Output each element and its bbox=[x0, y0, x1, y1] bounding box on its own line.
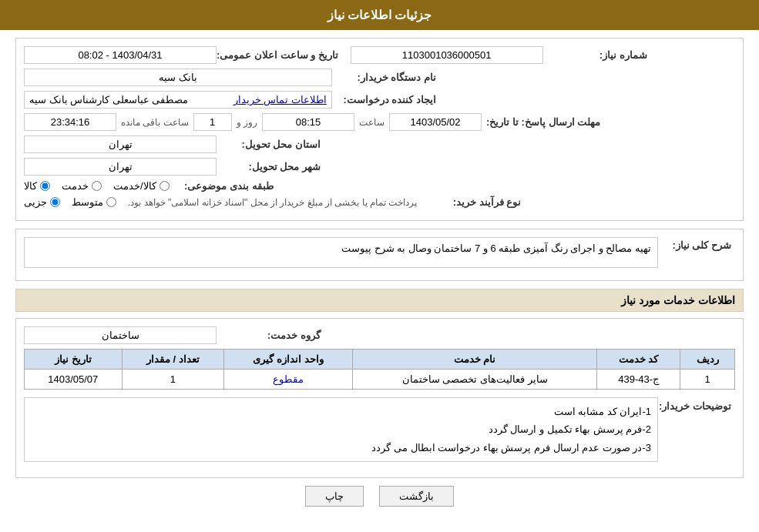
public-date-label: تاریخ و ساعت اعلان عمومی: bbox=[217, 49, 342, 61]
creator-contact-link[interactable]: اطلاعات تماس خریدار bbox=[233, 94, 327, 105]
need-number-row: شماره نیاز: 1103001036000501 تاریخ و ساع… bbox=[24, 46, 735, 64]
deadline-days: 1 bbox=[193, 113, 232, 131]
buyer-org-value: بانک سیه bbox=[24, 69, 332, 86]
city-value: تهران bbox=[24, 158, 217, 176]
city-row: شهر محل تحویل: تهران bbox=[24, 158, 735, 176]
table-header-row: ردیف کد خدمت نام خدمت واحد اندازه گیری ت… bbox=[25, 350, 735, 370]
deadline-remaining: 23:34:16 bbox=[24, 113, 116, 131]
category-label: طبقه بندی موضوعی: bbox=[170, 180, 277, 192]
col-service-code: کد خدمت bbox=[597, 350, 680, 370]
col-unit: واحد اندازه گیری bbox=[223, 350, 352, 370]
action-buttons: بازگشت چاپ bbox=[15, 486, 744, 507]
buyer-org-label: نام دستگاه خریدار: bbox=[332, 72, 440, 83]
print-button[interactable]: چاپ bbox=[305, 486, 364, 507]
creator-name: مصطفی عباسعلی کارشناس بانک سیه bbox=[29, 94, 188, 105]
page-header: جزئیات اطلاعات نیاز bbox=[0, 0, 759, 30]
col-service-name: نام خدمت bbox=[352, 350, 596, 370]
buyer-notes-content: 1-ایران کد مشابه است 2-فرم پرسش بهاء تکم… bbox=[24, 397, 658, 462]
cell-quantity: 1 bbox=[122, 370, 223, 390]
service-group-value: ساختمان bbox=[24, 326, 217, 344]
need-description-section: شرح کلی نیاز: تهیه مصالح و اجرای رنگ آمی… bbox=[15, 229, 744, 281]
category-kala-khedmat-radio[interactable] bbox=[160, 181, 170, 191]
col-quantity: تعداد / مقدار bbox=[122, 350, 223, 370]
province-value: تهران bbox=[24, 136, 217, 153]
creator-value-box: اطلاعات تماس خریدار مصطفی عباسعلی کارشنا… bbox=[24, 91, 332, 109]
need-number-value: 1103001036000501 bbox=[351, 46, 543, 64]
deadline-label: مهلت ارسال پاسخ: تا تاریخ: bbox=[486, 116, 604, 128]
purchase-type-row: نوع فرآیند خرید: پرداخت تمام یا بخشی از … bbox=[24, 196, 735, 208]
deadline-days-label: روز و bbox=[237, 117, 257, 128]
buyer-note-line-2: 2-فرم پرسش بهاء تکمیل و ارسال گردد bbox=[31, 420, 651, 438]
creator-row: ایجاد کننده درخواست: اطلاعات تماس خریدار… bbox=[24, 91, 735, 109]
province-label: استان محل تحویل: bbox=[217, 139, 324, 150]
cell-service-code: ج-43-439 bbox=[597, 370, 680, 390]
category-khedmat-item: خدمت bbox=[62, 180, 102, 192]
service-group-label: گروه خدمت: bbox=[217, 330, 324, 341]
purchase-type-options: پرداخت تمام یا بخشی از مبلغ خریدار از مح… bbox=[24, 196, 417, 208]
need-number-label: شماره نیاز: bbox=[543, 49, 651, 61]
buyer-notes-section: توضیحات خریدار: 1-ایران کد مشابه است 2-ف… bbox=[24, 397, 735, 462]
creator-label: ایجاد کننده درخواست: bbox=[332, 94, 440, 105]
service-group-row: گروه خدمت: ساختمان bbox=[24, 326, 735, 344]
need-description-box: شرح کلی نیاز: تهیه مصالح و اجرای رنگ آمی… bbox=[24, 237, 735, 268]
deadline-date: 1403/05/02 bbox=[389, 113, 482, 131]
category-khedmat-label: خدمت bbox=[62, 180, 89, 192]
buyer-notes-label: توضیحات خریدار: bbox=[658, 397, 735, 412]
main-info-section: شماره نیاز: 1103001036000501 تاریخ و ساع… bbox=[15, 38, 744, 221]
category-kala-label: کالا bbox=[24, 180, 37, 192]
page-title: جزئیات اطلاعات نیاز bbox=[327, 8, 432, 22]
category-kala-radio[interactable] bbox=[40, 181, 50, 191]
service-info-section: گروه خدمت: ساختمان ردیف کد خدمت نام خدمت… bbox=[15, 318, 744, 478]
purchase-type-jozee-label: جزیی bbox=[24, 196, 47, 208]
service-section-title: اطلاعات خدمات مورد نیاز bbox=[15, 289, 744, 312]
cell-row-num: 1 bbox=[680, 370, 735, 390]
purchase-type-mottaset-item: متوسط bbox=[72, 196, 116, 208]
deadline-time-label: ساعت bbox=[359, 117, 385, 128]
need-description-value: تهیه مصالح و اجرای رنگ آمیزی طبقه 6 و 7 … bbox=[24, 237, 658, 268]
deadline-remaining-label: ساعت باقی مانده bbox=[121, 117, 189, 128]
category-kala-khedmat-label: کالا/خدمت bbox=[113, 180, 156, 192]
province-row: استان محل تحویل: تهران bbox=[24, 136, 735, 153]
table-row: 1 ج-43-439 سایر فعالیت‌های تخصصی ساختمان… bbox=[25, 370, 735, 390]
category-radio-group: کالا/خدمت خدمت کالا bbox=[24, 180, 170, 192]
purchase-type-note: پرداخت تمام یا بخشی از مبلغ خریدار از مح… bbox=[128, 197, 417, 208]
buyer-note-line-1: 1-ایران کد مشابه است bbox=[31, 403, 651, 420]
category-kala-item: کالا bbox=[24, 180, 50, 192]
purchase-type-label: نوع فرآیند خرید: bbox=[417, 196, 525, 208]
purchase-type-mottaset-label: متوسط bbox=[72, 196, 103, 208]
deadline-row: مهلت ارسال پاسخ: تا تاریخ: 1403/05/02 سا… bbox=[24, 113, 735, 131]
col-date: تاریخ نیاز bbox=[25, 350, 123, 370]
public-date-value: 1403/04/31 - 08:02 bbox=[24, 46, 217, 64]
category-kala-khedmat-item: کالا/خدمت bbox=[113, 180, 170, 192]
buyer-note-line-3: 3-در صورت عدم ارسال فرم پرسش بهاء درخواس… bbox=[31, 439, 651, 457]
need-description-label: شرح کلی نیاز: bbox=[658, 237, 735, 251]
services-table: ردیف کد خدمت نام خدمت واحد اندازه گیری ت… bbox=[24, 349, 735, 390]
city-label: شهر محل تحویل: bbox=[217, 161, 324, 172]
purchase-type-jozee-radio[interactable] bbox=[50, 197, 60, 207]
cell-service-name: سایر فعالیت‌های تخصصی ساختمان bbox=[352, 370, 596, 390]
buyer-org-row: نام دستگاه خریدار: بانک سیه bbox=[24, 69, 735, 86]
category-khedmat-radio[interactable] bbox=[92, 181, 102, 191]
purchase-type-jozee-item: جزیی bbox=[24, 196, 60, 208]
cell-unit: مقطوع bbox=[223, 370, 352, 390]
col-row-num: ردیف bbox=[680, 350, 735, 370]
category-row: طبقه بندی موضوعی: کالا/خدمت خدمت کالا bbox=[24, 180, 735, 192]
back-button[interactable]: بازگشت bbox=[379, 486, 454, 507]
cell-date: 1403/05/07 bbox=[25, 370, 123, 390]
deadline-time: 08:15 bbox=[262, 113, 354, 131]
purchase-type-mottaset-radio[interactable] bbox=[106, 197, 116, 207]
